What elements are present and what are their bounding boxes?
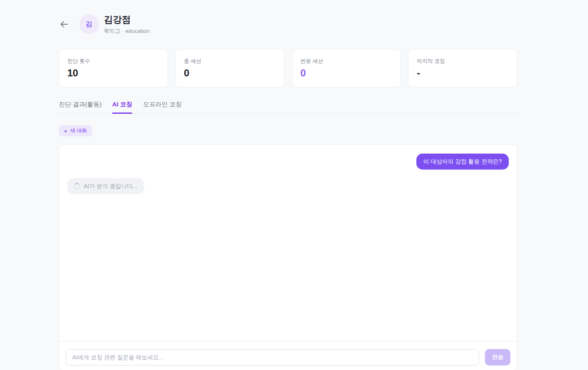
ai-loading-bubble: AI가 분석 중입니다... (67, 178, 144, 194)
send-button[interactable]: 전송 (485, 349, 510, 365)
profile-subtitle: 학익고 · education (104, 28, 149, 35)
stat-label: 마지막 코칭 (417, 57, 509, 65)
avatar: 김 (79, 14, 99, 34)
profile-page: 김 김강점 학익고 · education 진단 횟수 10 총 세션 0 완료… (59, 0, 517, 370)
page-title: 김강점 (104, 14, 149, 26)
tab-bar: 진단 결과(활동) AI 코칭 오프라인 코칭 (59, 101, 517, 114)
stat-card-total-sessions: 총 세션 0 (175, 49, 285, 87)
avatar-initial: 김 (86, 20, 92, 29)
stat-label: 완료 세션 (301, 57, 393, 65)
tab-ai-coaching[interactable]: AI 코칭 (112, 101, 132, 113)
back-arrow-icon (59, 19, 69, 29)
stats-row: 진단 횟수 10 총 세션 0 완료 세션 0 마지막 코칭 - (59, 49, 517, 87)
tab-diagnosis-results[interactable]: 진단 결과(활동) (59, 101, 101, 113)
stat-value: 10 (67, 67, 159, 79)
ai-chat-panel: 이 대상자의 강점 활용 전략은? AI가 분석 중입니다... 전송 (59, 144, 517, 370)
stat-card-last-coaching: 마지막 코칭 - (408, 49, 517, 87)
user-message-bubble: 이 대상자의 강점 활용 전략은? (416, 154, 509, 170)
stat-card-diagnosis-count: 진단 횟수 10 (59, 49, 168, 87)
chat-input-row: 전송 (59, 341, 517, 370)
new-chat-button[interactable]: + 새 대화 (59, 125, 92, 136)
stat-value: 0 (301, 67, 393, 79)
profile-header: 김 김강점 학익고 · education (59, 0, 517, 35)
back-button[interactable] (59, 19, 69, 30)
stat-label: 진단 횟수 (67, 57, 159, 65)
stat-label: 총 세션 (184, 57, 276, 65)
chat-input[interactable] (66, 349, 479, 365)
ai-loading-text: AI가 분석 중입니다... (84, 183, 138, 190)
new-chat-label: 새 대화 (70, 127, 87, 134)
profile-identity: 김강점 학익고 · education (104, 14, 149, 35)
chat-messages: 이 대상자의 강점 활용 전략은? AI가 분석 중입니다... (59, 145, 517, 341)
tab-offline-coaching[interactable]: 오프라인 코칭 (143, 101, 181, 113)
stat-value: 0 (184, 67, 276, 79)
stat-card-completed-sessions: 완료 세션 0 (292, 49, 401, 87)
loading-spinner-icon (74, 183, 80, 189)
stat-value: - (417, 67, 509, 79)
plus-icon: + (64, 128, 67, 134)
